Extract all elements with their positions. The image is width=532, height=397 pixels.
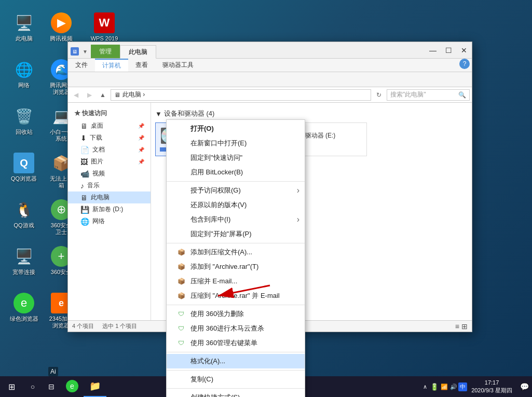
quick-access-title[interactable]: ★ 快速访问: [68, 107, 151, 120]
qq-browser-label: QQ浏览器: [11, 175, 37, 182]
desktop-icon-qq-browser[interactable]: Q QQ浏览器: [5, 150, 43, 184]
ctx-create-shortcut[interactable]: 创建快捷方式(S): [167, 390, 305, 397]
ctx-include-library[interactable]: 包含到库中(I): [167, 212, 305, 227]
start-button[interactable]: ⊞: [0, 376, 23, 397]
minimize-button[interactable]: —: [425, 43, 441, 58]
ribbon-content: [68, 72, 472, 87]
ctx-compress-email[interactable]: 📦 压缩并 E-mail...: [167, 274, 305, 289]
ctx-add-archive-rar[interactable]: 📦 添加到 "Archive.rar"(T): [167, 259, 305, 274]
battery-tray-icon[interactable]: 🔋: [429, 382, 440, 392]
ctx-copy[interactable]: 复制(C): [167, 372, 305, 387]
desktop: 🖥️ 此电脑 ▶ 腾讯视频 W WPS 2019 🌐 网络 🌊 腾讯网游浏览器 …: [0, 0, 532, 397]
window-icon: 🖥: [68, 45, 81, 58]
green-browser-label: 绿色浏览器: [10, 316, 38, 322]
desktop-icon-network[interactable]: 🌐 网络: [5, 57, 43, 91]
ctx-360-delete[interactable]: 🛡 使用 360强力删除: [167, 307, 305, 321]
this-pc-label: 此电脑: [16, 35, 33, 42]
ctx-360-menu[interactable]: 🛡 使用 360管理右键菜单: [167, 336, 305, 350]
ctx-open[interactable]: 打开(O): [167, 121, 305, 136]
desktop-icon-green-browser[interactable]: e 绿色浏览器: [5, 291, 43, 324]
new-window-icon: [177, 139, 185, 147]
desktop-icon-broadband[interactable]: 🖥️ 宽带连接: [5, 244, 43, 278]
ctx-sep-6: [167, 388, 305, 389]
sidebar-item-network[interactable]: 🌐 网络: [68, 215, 151, 227]
ribbon-tab-view[interactable]: 查看: [128, 59, 155, 72]
notification-icon: 💬: [520, 382, 529, 391]
ribbon-tab-drive-tools[interactable]: 驱动器工具: [155, 59, 201, 72]
ctx-sep-2: [167, 243, 305, 243]
refresh-button[interactable]: ↻: [373, 89, 385, 101]
sidebar-item-documents[interactable]: 📄 文档 📌: [68, 144, 151, 156]
taskbar-explorer[interactable]: 📁: [84, 376, 106, 397]
address-path[interactable]: 🖥 此电脑 ›: [111, 89, 371, 101]
sidebar-item-desktop[interactable]: 🖥 桌面 📌: [68, 120, 151, 132]
ctx-sep-5: [167, 370, 305, 371]
notification-button[interactable]: 💬: [516, 376, 532, 397]
task-view-icon: ⊟: [48, 382, 54, 391]
network-label: 网络: [18, 82, 30, 89]
ribbon-tabs: 文件 计算机 查看 驱动器工具 ?: [68, 59, 472, 72]
sidebar-item-this-pc[interactable]: 🖥 此电脑: [68, 191, 151, 203]
sidebar-item-music[interactable]: ♪ 音乐: [68, 180, 151, 191]
ribbon: 文件 计算机 查看 驱动器工具 ?: [68, 59, 472, 87]
close-button[interactable]: ✕: [456, 43, 472, 58]
help-button[interactable]: ?: [459, 59, 470, 69]
sidebar-item-videos[interactable]: 📹 视频: [68, 168, 151, 180]
search-box[interactable]: 搜索"此电脑" 🔍: [387, 89, 470, 101]
ribbon-tab-file[interactable]: 文件: [68, 59, 95, 72]
task-view-button[interactable]: ⊟: [42, 376, 61, 397]
title-bar: 🖥 ▼ 管理 此电脑 — ☐ ✕: [68, 42, 472, 59]
ctx-add-archive[interactable]: 📦 添加到压缩文件(A)...: [167, 245, 305, 259]
winrar-icon3: 📦: [177, 277, 185, 285]
items-count: 4 个项目: [72, 322, 94, 330]
ribbon-tab-computer[interactable]: 计算机: [95, 59, 128, 72]
green-browser-taskbar-icon: e: [66, 380, 78, 392]
winrar-icon4: 📦: [177, 292, 185, 300]
tab-arrow[interactable]: ▼: [81, 45, 89, 58]
title-tabs: 🖥 ▼ 管理 此电脑: [68, 42, 156, 58]
taskbar-clock[interactable]: 17:17 2020/9/3 星期四: [467, 379, 516, 395]
desktop-icon-wps[interactable]: W WPS 2019: [86, 10, 123, 44]
tray-show-hidden[interactable]: ∧: [421, 384, 429, 390]
search-button[interactable]: ○: [23, 376, 42, 397]
desktop-icon-qq-game[interactable]: 🐧 QQ游戏: [5, 197, 43, 231]
ctx-bitlocker[interactable]: 启用 BitLocker(B): [167, 165, 305, 180]
cortana-icon: ○: [31, 382, 35, 391]
ctx-grant-access[interactable]: 授予访问权限(G): [167, 183, 305, 198]
ctx-restore-prev[interactable]: 还原以前的版本(V): [167, 198, 305, 212]
ctx-360-scan[interactable]: 🛡 使用 360进行木马云查杀: [167, 321, 305, 336]
volume-tray-icon[interactable]: 🔊: [449, 382, 458, 391]
grid-view-icon[interactable]: ⊞: [461, 322, 468, 331]
back-button[interactable]: ◀: [70, 89, 81, 101]
desktop-icon-this-pc[interactable]: 🖥️ 此电脑: [5, 10, 43, 44]
search-icon: 🔍: [458, 91, 466, 99]
ctx-pin-quick-access[interactable]: 固定到"快速访问": [167, 150, 305, 165]
ctx-pin-start[interactable]: 固定到"开始"屏幕(P): [167, 227, 305, 241]
ctx-compress-rar-email[interactable]: 📦 压缩到 "Archive.rar" 并 E-mail: [167, 289, 305, 303]
view-controls: ≡ ⊞: [455, 322, 468, 331]
network-tray-icon[interactable]: 📶: [440, 382, 449, 391]
ctx-format[interactable]: 格式化(A)...: [167, 354, 305, 368]
sidebar-item-download[interactable]: ⬇ 下载 📌: [68, 132, 151, 144]
title-tab-this-pc[interactable]: 此电脑: [120, 45, 156, 59]
selected-count: 选中 1 个项目: [102, 322, 137, 330]
sidebar: ★ 快速访问 🖥 桌面 📌 ⬇ 下载 📌 📄 文档 📌: [68, 103, 151, 320]
sidebar-item-pictures[interactable]: 🖼 图片 📌: [68, 156, 151, 168]
ctx-open-new-window[interactable]: 在新窗口中打开(E): [167, 136, 305, 150]
desktop-icon-tencent-video[interactable]: ▶ 腾讯视频: [43, 10, 80, 44]
taskbar-green-browser[interactable]: e: [61, 376, 84, 397]
desktop-icon-recycle[interactable]: 🗑️ 回收站: [5, 104, 43, 138]
manage-tab[interactable]: 管理: [91, 45, 120, 58]
section-header: ▼ 设备和驱动器 (4): [155, 107, 468, 120]
context-menu: 打开(O) 在新窗口中打开(E) 固定到"快速访问" 启用 BitLocker(…: [166, 119, 305, 397]
up-button[interactable]: ▲: [97, 89, 108, 101]
maximize-button[interactable]: ☐: [441, 43, 456, 58]
forward-button[interactable]: ▶: [84, 89, 95, 101]
360-icon1: 🛡: [177, 310, 185, 318]
sidebar-item-new-volume[interactable]: 💾 新加卷 (D:): [68, 203, 151, 215]
address-bar: ◀ ▶ ▲ 🖥 此电脑 › ↻ 搜索"此电脑" 🔍: [68, 87, 472, 103]
list-view-icon[interactable]: ≡: [455, 322, 459, 331]
ctx-sep-3: [167, 305, 305, 305]
qq-game-label: QQ游戏: [13, 222, 34, 229]
input-method-icon[interactable]: 中: [458, 382, 467, 391]
